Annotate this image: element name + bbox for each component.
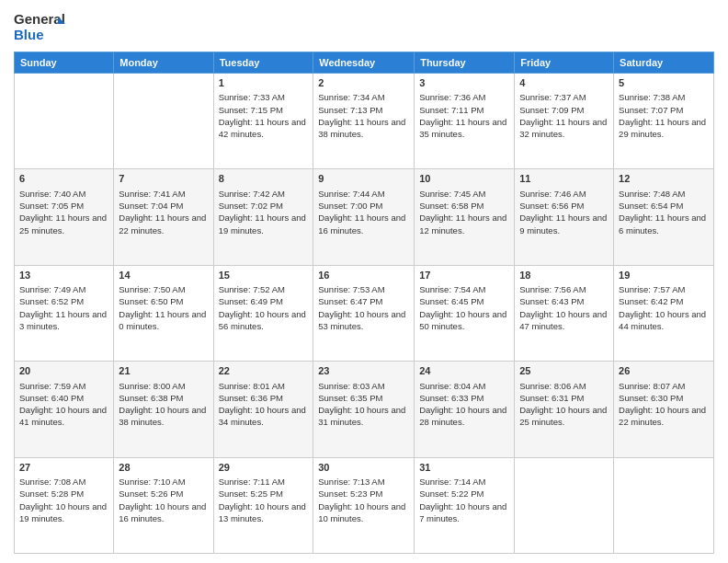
day-info: Sunrise: 7:48 AM Sunset: 6:54 PM Dayligh…: [619, 188, 709, 236]
day-number: 14: [119, 269, 208, 282]
day-cell: [15, 74, 114, 169]
col-header-monday: Monday: [114, 52, 213, 74]
day-info: Sunrise: 7:41 AM Sunset: 7:04 PM Dayligh…: [119, 188, 208, 236]
day-cell: 30Sunrise: 7:13 AM Sunset: 5:23 PM Dayli…: [313, 457, 415, 553]
day-cell: 7Sunrise: 7:41 AM Sunset: 7:04 PM Daylig…: [114, 169, 213, 265]
day-number: 26: [619, 364, 709, 378]
day-cell: 3Sunrise: 7:36 AM Sunset: 7:11 PM Daylig…: [415, 74, 515, 169]
day-cell: 4Sunrise: 7:37 AM Sunset: 7:09 PM Daylig…: [515, 74, 614, 169]
day-cell: 21Sunrise: 8:00 AM Sunset: 6:38 PM Dayli…: [114, 362, 213, 457]
day-info: Sunrise: 7:08 AM Sunset: 5:28 PM Dayligh…: [19, 476, 108, 524]
day-cell: 10Sunrise: 7:45 AM Sunset: 6:58 PM Dayli…: [415, 169, 515, 265]
day-cell: 5Sunrise: 7:38 AM Sunset: 7:07 PM Daylig…: [614, 74, 714, 169]
day-info: Sunrise: 8:00 AM Sunset: 6:38 PM Dayligh…: [119, 380, 208, 429]
day-info: Sunrise: 8:04 AM Sunset: 6:33 PM Dayligh…: [419, 380, 509, 429]
day-cell: 2Sunrise: 7:34 AM Sunset: 7:13 PM Daylig…: [313, 74, 415, 169]
day-number: 21: [119, 364, 208, 378]
page: GeneralBlue SundayMondayTuesdayWednesday…: [0, 0, 728, 563]
col-header-saturday: Saturday: [614, 52, 714, 74]
day-number: 25: [519, 364, 609, 378]
day-cell: 6Sunrise: 7:40 AM Sunset: 7:05 PM Daylig…: [15, 169, 114, 265]
day-info: Sunrise: 7:52 AM Sunset: 6:49 PM Dayligh…: [219, 283, 309, 332]
day-cell: 17Sunrise: 7:54 AM Sunset: 6:45 PM Dayli…: [415, 265, 515, 361]
day-info: Sunrise: 8:03 AM Sunset: 6:35 PM Dayligh…: [318, 380, 409, 429]
day-info: Sunrise: 7:34 AM Sunset: 7:13 PM Dayligh…: [318, 91, 409, 140]
svg-text:Blue: Blue: [14, 27, 44, 42]
day-cell: 16Sunrise: 7:53 AM Sunset: 6:47 PM Dayli…: [313, 265, 415, 361]
day-cell: 26Sunrise: 8:07 AM Sunset: 6:30 PM Dayli…: [614, 362, 714, 457]
col-header-friday: Friday: [515, 52, 614, 74]
day-number: 20: [19, 364, 108, 378]
day-number: 23: [318, 364, 409, 378]
day-number: 29: [219, 461, 309, 475]
day-cell: [515, 457, 614, 553]
day-cell: 15Sunrise: 7:52 AM Sunset: 6:49 PM Dayli…: [213, 265, 313, 361]
day-info: Sunrise: 7:13 AM Sunset: 5:23 PM Dayligh…: [318, 476, 409, 524]
header: GeneralBlue: [14, 9, 714, 46]
day-cell: [614, 457, 714, 553]
day-info: Sunrise: 7:37 AM Sunset: 7:09 PM Dayligh…: [519, 91, 609, 140]
day-cell: 9Sunrise: 7:44 AM Sunset: 7:00 PM Daylig…: [313, 169, 415, 265]
day-number: 10: [419, 172, 509, 186]
day-number: 27: [19, 461, 108, 475]
svg-text:General: General: [14, 11, 65, 27]
day-number: 17: [419, 269, 509, 282]
day-cell: 19Sunrise: 7:57 AM Sunset: 6:42 PM Dayli…: [614, 265, 714, 361]
day-number: 2: [318, 76, 409, 90]
day-info: Sunrise: 7:40 AM Sunset: 7:05 PM Dayligh…: [19, 188, 108, 236]
day-cell: 28Sunrise: 7:10 AM Sunset: 5:26 PM Dayli…: [114, 457, 213, 553]
day-cell: 23Sunrise: 8:03 AM Sunset: 6:35 PM Dayli…: [313, 362, 415, 457]
calendar-header-row: SundayMondayTuesdayWednesdayThursdayFrid…: [15, 52, 714, 74]
logo: GeneralBlue: [14, 9, 69, 46]
day-number: 8: [219, 172, 309, 186]
day-info: Sunrise: 7:46 AM Sunset: 6:56 PM Dayligh…: [519, 188, 609, 236]
col-header-tuesday: Tuesday: [213, 52, 313, 74]
day-number: 15: [219, 269, 309, 282]
day-cell: 13Sunrise: 7:49 AM Sunset: 6:52 PM Dayli…: [15, 265, 114, 361]
calendar: SundayMondayTuesdayWednesdayThursdayFrid…: [14, 52, 714, 554]
day-cell: 31Sunrise: 7:14 AM Sunset: 5:22 PM Dayli…: [415, 457, 515, 553]
day-info: Sunrise: 7:56 AM Sunset: 6:43 PM Dayligh…: [519, 283, 609, 332]
day-cell: 14Sunrise: 7:50 AM Sunset: 6:50 PM Dayli…: [114, 265, 213, 361]
day-info: Sunrise: 7:14 AM Sunset: 5:22 PM Dayligh…: [419, 476, 509, 524]
day-info: Sunrise: 7:42 AM Sunset: 7:02 PM Dayligh…: [219, 188, 309, 236]
day-cell: 8Sunrise: 7:42 AM Sunset: 7:02 PM Daylig…: [213, 169, 313, 265]
day-number: 18: [519, 269, 609, 282]
week-row-2: 6Sunrise: 7:40 AM Sunset: 7:05 PM Daylig…: [15, 169, 714, 265]
day-number: 4: [519, 76, 609, 90]
day-cell: 25Sunrise: 8:06 AM Sunset: 6:31 PM Dayli…: [515, 362, 614, 457]
day-number: 7: [119, 172, 208, 186]
day-cell: 27Sunrise: 7:08 AM Sunset: 5:28 PM Dayli…: [15, 457, 114, 553]
day-number: 22: [219, 364, 309, 378]
day-number: 19: [619, 269, 709, 282]
week-row-4: 20Sunrise: 7:59 AM Sunset: 6:40 PM Dayli…: [15, 362, 714, 457]
col-header-thursday: Thursday: [415, 52, 515, 74]
day-info: Sunrise: 8:06 AM Sunset: 6:31 PM Dayligh…: [519, 380, 609, 429]
col-header-sunday: Sunday: [15, 52, 114, 74]
day-number: 13: [19, 269, 108, 282]
day-number: 3: [419, 76, 509, 90]
day-info: Sunrise: 7:57 AM Sunset: 6:42 PM Dayligh…: [619, 283, 709, 332]
day-info: Sunrise: 7:59 AM Sunset: 6:40 PM Dayligh…: [19, 380, 108, 429]
day-number: 30: [318, 461, 409, 475]
logo-svg: GeneralBlue: [14, 9, 69, 46]
day-cell: 11Sunrise: 7:46 AM Sunset: 6:56 PM Dayli…: [515, 169, 614, 265]
day-cell: 1Sunrise: 7:33 AM Sunset: 7:15 PM Daylig…: [213, 74, 313, 169]
day-info: Sunrise: 7:11 AM Sunset: 5:25 PM Dayligh…: [219, 476, 309, 524]
week-row-1: 1Sunrise: 7:33 AM Sunset: 7:15 PM Daylig…: [15, 74, 714, 169]
day-info: Sunrise: 7:53 AM Sunset: 6:47 PM Dayligh…: [318, 283, 409, 332]
day-number: 11: [519, 172, 609, 186]
day-cell: 20Sunrise: 7:59 AM Sunset: 6:40 PM Dayli…: [15, 362, 114, 457]
day-info: Sunrise: 7:36 AM Sunset: 7:11 PM Dayligh…: [419, 91, 509, 140]
day-cell: 12Sunrise: 7:48 AM Sunset: 6:54 PM Dayli…: [614, 169, 714, 265]
day-info: Sunrise: 7:38 AM Sunset: 7:07 PM Dayligh…: [619, 91, 709, 140]
day-info: Sunrise: 8:01 AM Sunset: 6:36 PM Dayligh…: [219, 380, 309, 429]
day-cell: 29Sunrise: 7:11 AM Sunset: 5:25 PM Dayli…: [213, 457, 313, 553]
day-cell: [114, 74, 213, 169]
day-info: Sunrise: 7:49 AM Sunset: 6:52 PM Dayligh…: [19, 283, 108, 332]
day-info: Sunrise: 7:33 AM Sunset: 7:15 PM Dayligh…: [219, 91, 309, 140]
week-row-3: 13Sunrise: 7:49 AM Sunset: 6:52 PM Dayli…: [15, 265, 714, 361]
day-number: 9: [318, 172, 409, 186]
day-number: 6: [19, 172, 108, 186]
day-number: 1: [219, 76, 309, 90]
